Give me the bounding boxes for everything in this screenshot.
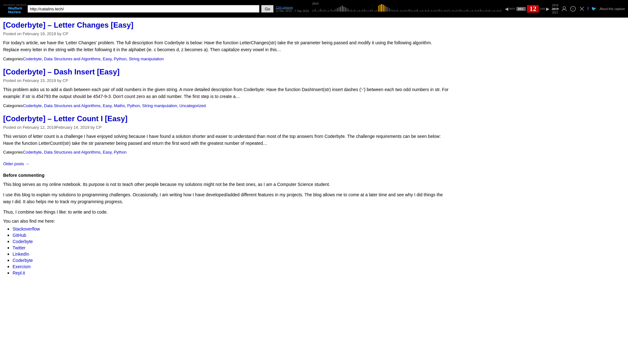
post-meta-dash-insert: Posted on February 15, 2019 by CP	[3, 78, 449, 83]
cat-easy-2[interactable]: Easy	[103, 103, 111, 108]
before-commenting-title: Before commenting	[3, 173, 449, 178]
svg-rect-106	[477, 10, 478, 12]
wayback-machine-logo[interactable]: INTERNET ARCHIVE WayBackMachine	[3, 3, 28, 15]
svg-rect-112	[486, 10, 487, 12]
svg-rect-55	[397, 9, 398, 12]
list-item-github: GitHub	[13, 232, 449, 238]
post-categories-letter-changes: CategoriesCoderbyte, Data Structures and…	[3, 57, 449, 61]
about-capture-button[interactable]: About this capture	[599, 7, 625, 11]
link-github[interactable]: GitHub	[13, 233, 26, 238]
svg-rect-113	[488, 10, 489, 12]
svg-rect-89	[450, 11, 451, 12]
svg-rect-116	[493, 10, 493, 12]
link-replit[interactable]: Repl.it	[13, 270, 25, 275]
svg-rect-15	[334, 10, 335, 12]
svg-point-122	[563, 7, 566, 9]
svg-rect-43	[378, 6, 379, 12]
svg-rect-93	[457, 10, 457, 12]
svg-rect-101	[469, 11, 470, 12]
svg-rect-88	[449, 9, 449, 12]
svg-rect-74	[427, 10, 427, 12]
next-year-button[interactable]: ▶	[546, 6, 550, 11]
list-item-twitter: Twitter	[13, 245, 449, 251]
post-meta-letter-changes: Posted on February 19, 2019 by CP	[3, 31, 449, 36]
list-item-exercism: Exercism	[13, 264, 449, 269]
wayback-machine-text: WayBackMachine	[8, 6, 22, 14]
prev-year-button[interactable]: ◀	[505, 6, 508, 11]
close-icon[interactable]	[579, 6, 585, 12]
svg-rect-5	[318, 10, 319, 12]
cat-stringmanip-1[interactable]: String manipulation	[129, 57, 164, 61]
link-linkedin[interactable]: LinkedIn	[13, 252, 29, 257]
cat-python-3[interactable]: Python	[114, 150, 126, 155]
link-stackoverflow[interactable]: Stackoverflow	[13, 226, 40, 231]
archive-text-top: INTERNET ARCHIVE	[3, 4, 27, 6]
svg-rect-39	[372, 9, 372, 12]
list-item-coderbyte-2: Coderbyte	[13, 258, 449, 263]
svg-rect-54	[395, 10, 396, 12]
svg-rect-35	[365, 10, 366, 12]
svg-rect-30	[358, 10, 358, 12]
timeline-area[interactable]: 2019	[309, 1, 504, 17]
svg-rect-80	[436, 10, 437, 12]
link-coderbyte-1[interactable]: Coderbyte	[13, 239, 33, 244]
cat-coderbyte-3[interactable]: Coderbyte	[23, 150, 42, 155]
captures-link[interactable]: 124 captures	[275, 5, 309, 9]
facebook-icon[interactable]: f	[587, 6, 589, 11]
svg-rect-8	[323, 10, 324, 12]
svg-rect-21	[344, 7, 344, 12]
cat-dsa-1[interactable]: Data Structures and Algorithms	[44, 57, 100, 61]
url-bar-area: Go 124 captures 12 Dec 2019 – 5 Sep 2024	[28, 5, 309, 13]
svg-rect-69	[419, 11, 420, 12]
svg-rect-45	[381, 4, 382, 12]
cat-uncategorized-2[interactable]: Uncategorized	[179, 103, 206, 108]
post-excerpt-letter-count: This version of letter count is a challe…	[3, 133, 449, 147]
help-icon[interactable]: ?	[570, 6, 576, 12]
svg-rect-68	[417, 9, 418, 12]
cat-easy-3[interactable]: Easy	[103, 150, 111, 155]
cat-coderbyte-1[interactable]: Coderbyte	[23, 57, 42, 61]
cat-dsa-3[interactable]: Data Structures and Algorithms	[44, 150, 100, 155]
svg-rect-50	[389, 8, 390, 12]
post-letter-changes: [Coderbyte] – Letter Changes [Easy] Post…	[3, 21, 449, 61]
post-title-letter-count[interactable]: [Coderbyte] – Letter Count I [Easy]	[3, 114, 127, 123]
svg-rect-7	[322, 10, 322, 12]
svg-rect-86	[446, 10, 446, 12]
svg-rect-105	[475, 10, 476, 12]
svg-rect-46	[383, 5, 384, 12]
post-title-dash-insert[interactable]: [Coderbyte] – Dash Insert [Easy]	[3, 68, 120, 76]
cat-coderbyte-2[interactable]: Coderbyte	[23, 103, 42, 108]
about-text-2: I use this blog to explain my solutions …	[3, 191, 449, 205]
cat-python-2[interactable]: Python	[127, 103, 140, 108]
url-input[interactable]	[28, 5, 259, 13]
svg-rect-18	[339, 7, 339, 12]
post-letter-count: [Coderbyte] – Letter Count I [Easy] Post…	[3, 114, 449, 167]
svg-rect-2	[314, 10, 314, 12]
go-button[interactable]: Go	[261, 5, 273, 13]
link-twitter[interactable]: Twitter	[13, 245, 25, 250]
year-navigation: ◀ NOV DEC 12 JAN ▶ 2018 2019 2021	[505, 3, 559, 14]
timeline-svg: 2019	[309, 1, 504, 17]
twitter-icon[interactable]: 🐦	[591, 6, 596, 11]
older-posts-link[interactable]: Older posts →	[3, 161, 29, 166]
user-icon[interactable]	[561, 6, 567, 12]
cat-easy-1[interactable]: Easy	[103, 57, 111, 61]
link-exercism[interactable]: Exercism	[13, 264, 31, 269]
svg-rect-73	[425, 10, 426, 12]
svg-rect-49	[387, 7, 388, 12]
cat-stringmanip-2[interactable]: String manipulation	[142, 103, 177, 108]
svg-rect-13	[331, 9, 332, 12]
list-item-stackoverflow: Stackoverflow	[13, 226, 449, 232]
svg-rect-22	[345, 7, 346, 12]
svg-rect-38	[370, 10, 371, 12]
social-links-list: Stackoverflow GitHub Coderbyte Twitter L…	[13, 226, 449, 276]
svg-rect-110	[483, 11, 484, 12]
cat-python-1[interactable]: Python	[114, 57, 126, 61]
prev-month-label: NOV	[509, 7, 516, 10]
link-coderbyte-2[interactable]: Coderbyte	[13, 258, 33, 263]
cat-maths-2[interactable]: Maths	[114, 103, 125, 108]
svg-rect-28	[355, 9, 355, 12]
cat-dsa-2[interactable]: Data Structures and Algorithms	[44, 103, 100, 108]
post-title-letter-changes[interactable]: [Coderbyte] – Letter Changes [Easy]	[3, 21, 133, 29]
svg-rect-27	[353, 10, 354, 12]
